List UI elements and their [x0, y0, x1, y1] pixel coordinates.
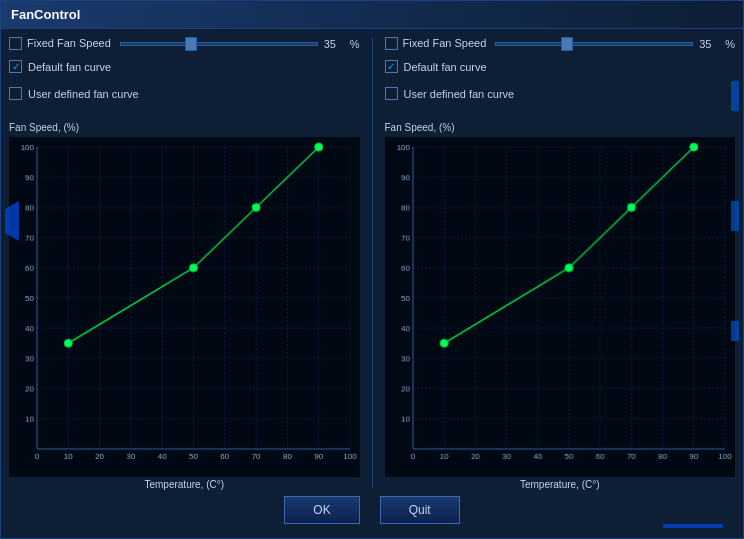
panels-container: Fixed Fan Speed 35 % Default fan curve U…	[1, 29, 743, 538]
right-chart-x-title: Temperature, (C°)	[385, 479, 736, 490]
right-default-curve-label: Default fan curve	[404, 61, 487, 73]
right-chart-y-title: Fan Speed, (%)	[385, 122, 736, 133]
quit-button[interactable]: Quit	[380, 496, 460, 524]
panel-divider	[372, 37, 373, 488]
right-fixed-fan-checkbox[interactable]	[385, 37, 398, 50]
left-fan-percent-value: 35	[324, 38, 344, 50]
left-fan-slider[interactable]	[120, 42, 318, 46]
left-panel: Fixed Fan Speed 35 % Default fan curve U…	[9, 37, 360, 488]
right-fan-percent-sign: %	[725, 38, 735, 50]
right-fan-chart	[385, 137, 736, 477]
left-fixed-fan-checkbox[interactable]	[9, 37, 22, 50]
right-user-curve-checkbox[interactable]	[385, 87, 398, 100]
right-default-curve-checkbox[interactable]	[385, 60, 398, 73]
left-fixed-fan-row: Fixed Fan Speed 35 %	[9, 37, 360, 50]
left-chart-x-title: Temperature, (C°)	[9, 479, 360, 490]
bottom-buttons: OK Quit	[1, 496, 743, 524]
right-deco-2	[731, 201, 739, 231]
ok-button[interactable]: OK	[284, 496, 359, 524]
right-chart-container: Fan Speed, (%) Temperature, (C°)	[385, 122, 736, 490]
right-user-curve-row: User defined fan curve	[385, 87, 736, 100]
right-deco-1	[731, 81, 739, 111]
right-fixed-fan-row: Fixed Fan Speed 35 %	[385, 37, 736, 50]
left-chart-container: Fan Speed, (%) Temperature, (C°)	[9, 122, 360, 490]
left-user-curve-label: User defined fan curve	[28, 88, 139, 100]
title-bar: FanControl	[1, 1, 743, 29]
left-user-curve-checkbox[interactable]	[9, 87, 22, 100]
left-fan-percent-sign: %	[350, 38, 360, 50]
right-deco-3	[731, 321, 739, 341]
window-title: FanControl	[11, 7, 80, 22]
main-window: FanControl Fixed Fan Speed 35 % Default …	[0, 0, 744, 539]
right-user-curve-label: User defined fan curve	[404, 88, 515, 100]
left-default-curve-row: Default fan curve	[9, 60, 360, 73]
left-fixed-fan-label: Fixed Fan Speed	[27, 37, 111, 50]
left-fan-chart	[9, 137, 360, 477]
right-panel: Fixed Fan Speed 35 % Default fan curve U…	[385, 37, 736, 488]
left-chart-y-title: Fan Speed, (%)	[9, 122, 360, 133]
right-fan-slider[interactable]	[495, 42, 693, 46]
right-fan-percent-value: 35	[699, 38, 719, 50]
right-slider-container: 35 %	[495, 38, 735, 50]
left-default-curve-label: Default fan curve	[28, 61, 111, 73]
left-slider-container: 35 %	[120, 38, 360, 50]
left-user-curve-row: User defined fan curve	[9, 87, 360, 100]
left-default-curve-checkbox[interactable]	[9, 60, 22, 73]
right-default-curve-row: Default fan curve	[385, 60, 736, 73]
right-fixed-fan-label: Fixed Fan Speed	[403, 37, 487, 50]
bottom-deco	[663, 524, 723, 528]
